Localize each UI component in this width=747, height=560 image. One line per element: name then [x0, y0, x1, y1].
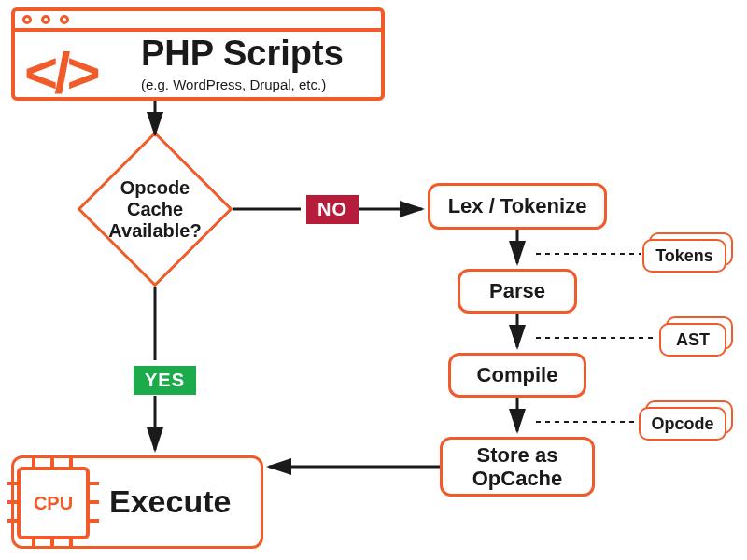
- chrome-dot-icon: [60, 15, 69, 24]
- artifact-tokens: Tokens: [642, 239, 726, 273]
- cpu-pin-icon: [7, 482, 17, 485]
- cpu-pin-icon: [90, 519, 99, 523]
- window-chrome: [15, 11, 381, 32]
- chrome-dot-icon: [22, 15, 32, 24]
- cpu-pin-icon: [50, 457, 54, 467]
- cpu-icon: CPU: [17, 467, 90, 539]
- cpu-pin-icon: [32, 457, 35, 467]
- header-title: PHP Scripts: [141, 34, 344, 74]
- node-compile: Compile: [448, 353, 586, 398]
- badge-no: NO: [306, 195, 359, 224]
- cpu-pin-icon: [32, 539, 35, 549]
- cpu-pin-icon: [90, 482, 99, 485]
- cpu-pin-icon: [7, 519, 17, 523]
- node-lex: Lex / Tokenize: [428, 183, 607, 230]
- execute-label: Execute: [109, 483, 231, 520]
- badge-yes: YES: [134, 366, 196, 395]
- cpu-pin-icon: [7, 500, 17, 504]
- cpu-pin-icon: [69, 457, 73, 467]
- chrome-dot-icon: [41, 15, 50, 24]
- artifact-opcode: Opcode: [639, 407, 726, 441]
- decision-opcode-cache: Opcode Cache Available?: [80, 134, 230, 284]
- cpu-label: CPU: [34, 493, 73, 514]
- node-parse: Parse: [458, 269, 577, 314]
- cpu-pin-icon: [69, 539, 73, 549]
- decision-label: Opcode Cache Available?: [108, 177, 201, 242]
- code-icon: </>: [24, 39, 97, 105]
- header-subtitle: (e.g. WordPress, Drupal, etc.): [141, 77, 326, 92]
- cpu-pin-icon: [50, 539, 54, 549]
- cpu-pin-icon: [90, 500, 99, 504]
- artifact-ast: AST: [659, 323, 726, 357]
- php-scripts-box: </> PHP Scripts (e.g. WordPress, Drupal,…: [11, 7, 385, 101]
- node-store: Store as OpCache: [440, 437, 595, 497]
